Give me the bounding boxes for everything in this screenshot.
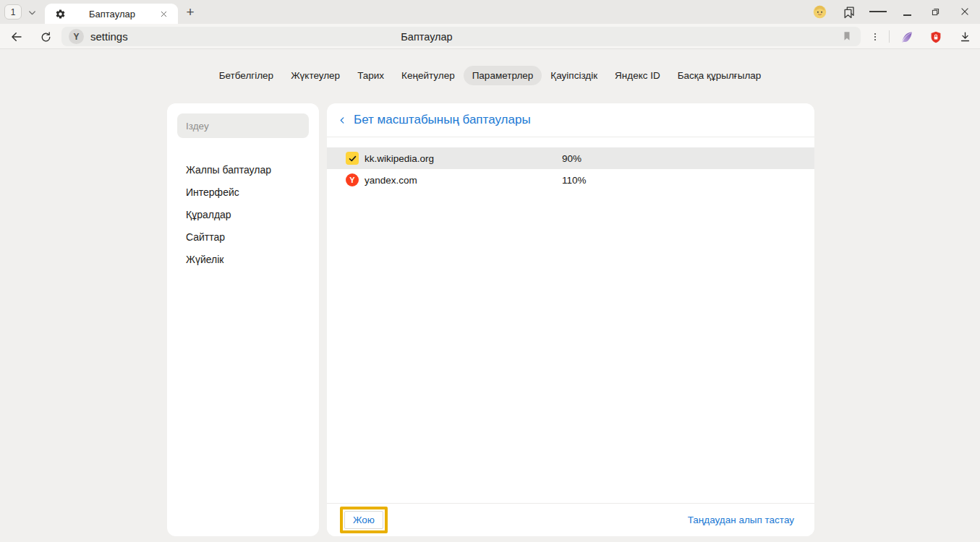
sidebar-item-interface[interactable]: Интерфейс [167, 181, 319, 203]
deselect-link[interactable]: Таңдаудан алып тастау [688, 515, 794, 525]
back-arrow-icon[interactable] [7, 27, 26, 46]
search-input[interactable] [177, 113, 309, 138]
panel-footer: Жою Таңдаудан алып тастау [327, 503, 814, 536]
zoom-value: 110% [562, 175, 587, 186]
menu-hamburger-icon[interactable] [869, 3, 887, 20]
address-page-title: Баптаулар [365, 27, 488, 46]
checkbox-checked-icon[interactable] [346, 152, 359, 165]
protect-shield-icon[interactable] [926, 27, 945, 46]
settings-page: Бетбелгілер Жүктеулер Тарих Кеңейтулер П… [0, 50, 980, 542]
settings-sidebar: Жалпы баптаулар Интерфейс Құралдар Сайтт… [167, 103, 319, 536]
delete-button[interactable]: Жою [344, 511, 383, 529]
sidebar-item-sites[interactable]: Сайттар [167, 225, 319, 248]
site-row[interactable]: Y yandex.com 110% [327, 169, 814, 191]
url-field[interactable]: Y settings Баптаулар [61, 27, 861, 46]
tab-list-chevron-down-icon[interactable] [25, 5, 39, 20]
panel-header: Бет масштабының баптаулары [327, 103, 814, 137]
address-bar: Y settings Баптаулар [0, 24, 980, 49]
new-tab-button[interactable]: + [181, 3, 200, 22]
nav-tab-settings[interactable]: Параметрлер [464, 66, 542, 85]
sidebar-item-general[interactable]: Жалпы баптаулар [167, 158, 319, 181]
sidebar-item-system[interactable]: Жүйелік [167, 248, 319, 270]
toolbar-divider [889, 30, 890, 43]
nav-tab-security[interactable]: Қауіпсіздік [542, 66, 606, 85]
site-name: yandex.com [365, 175, 562, 186]
site-badge-icon[interactable]: Y [69, 29, 84, 44]
profile-avatar[interactable] [811, 3, 828, 20]
settings-nav-tabs: Бетбелгілер Жүктеулер Тарих Кеңейтулер П… [0, 66, 980, 85]
window-minimize-button[interactable] [898, 3, 916, 20]
nav-tab-history[interactable]: Тарих [349, 66, 393, 85]
zoom-value: 90% [562, 153, 581, 164]
tab-bar: 1 Баптаулар + [0, 0, 980, 24]
nav-tab-yandex-id[interactable]: Яндекс ID [606, 66, 669, 85]
reload-icon[interactable] [36, 27, 55, 46]
downloads-icon[interactable] [955, 27, 974, 46]
nav-tab-other-devices[interactable]: Басқа құрылғылар [669, 66, 770, 85]
bookmark-flag-icon[interactable] [842, 30, 852, 42]
browser-tab-active[interactable]: Баптаулар [45, 4, 178, 24]
site-zoom-list: kk.wikipedia.org 90% Y yandex.com 110% [327, 147, 814, 191]
nav-tab-downloads[interactable]: Жүктеулер [282, 66, 349, 85]
window-restore-button[interactable] [926, 3, 944, 20]
settings-gear-icon [55, 9, 66, 20]
tab-groups-icon[interactable] [840, 3, 858, 20]
url-text: settings [90, 30, 128, 43]
site-row[interactable]: kk.wikipedia.org 90% [327, 147, 814, 169]
back-chevron-icon[interactable] [338, 115, 346, 126]
tab-title: Баптаулар [66, 9, 158, 20]
site-name: kk.wikipedia.org [365, 153, 562, 164]
page-title: Бет масштабының баптаулары [354, 113, 531, 127]
turbo-feather-icon[interactable] [897, 27, 916, 46]
yandex-favicon[interactable]: Y [346, 173, 359, 186]
tab-counter-button[interactable]: 1 [4, 4, 22, 20]
focus-highlight-ring: Жою [340, 507, 388, 533]
nav-tab-bookmarks[interactable]: Бетбелгілер [210, 66, 282, 85]
page-zoom-settings-panel: Бет масштабының баптаулары kk.wikipedia.… [327, 103, 814, 536]
address-kebab-menu-icon[interactable] [866, 27, 885, 46]
sidebar-item-tools[interactable]: Құралдар [167, 203, 319, 225]
window-close-button[interactable] [956, 3, 973, 20]
nav-tab-extensions[interactable]: Кеңейтулер [393, 66, 464, 85]
tab-close-icon[interactable] [158, 9, 169, 20]
